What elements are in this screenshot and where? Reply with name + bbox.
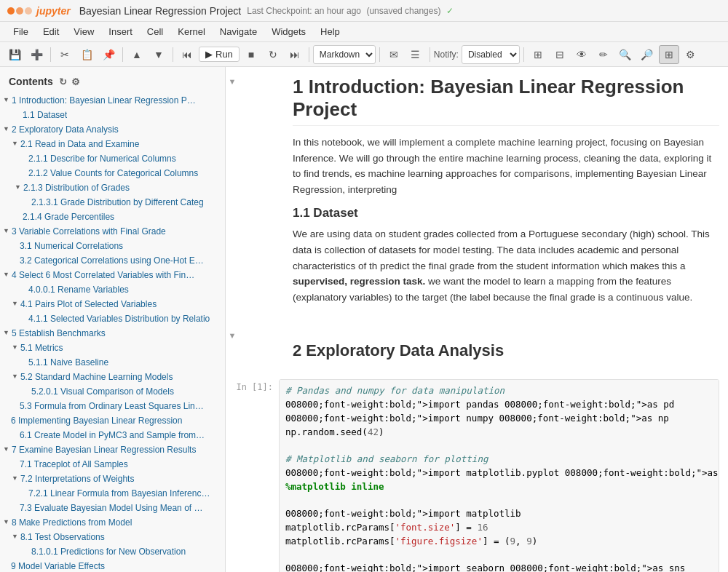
notify-select[interactable]: Disabled (462, 45, 520, 64)
toc-item-2[interactable]: ▼2 Exploratory Data Analysis (0, 122, 225, 137)
toc-item-1[interactable]: 1.1 Dataset (0, 108, 225, 122)
add-cell-button[interactable]: ➕ (26, 45, 47, 64)
list-button[interactable]: ☰ (405, 45, 426, 64)
pen-button[interactable]: ✏ (593, 45, 614, 64)
menu-file[interactable]: File (7, 25, 34, 39)
menu-insert[interactable]: Insert (103, 25, 138, 39)
section1-title: 1 Introduction: Bayesian Linear Regressi… (293, 76, 719, 126)
table-button[interactable]: ⊟ (550, 45, 570, 64)
toc-text-0: 1 Introduction: Bayesian Linear Regressi… (12, 94, 197, 107)
toc-item-8[interactable]: 2.1.4 Grade Percentiles (0, 210, 225, 224)
toc-triangle-9: ▼ (3, 226, 9, 237)
toc-item-27[interactable]: 7.2.1 Linear Formula from Bayesian Infer… (0, 486, 225, 501)
toc-item-22[interactable]: 6 Implementing Bayesian Linear Regressio… (0, 413, 225, 428)
toc-item-3[interactable]: ▼2.1 Read in Data and Examine (0, 137, 225, 151)
move-down-button[interactable]: ▼ (149, 45, 169, 64)
zoom-out-button[interactable]: 🔎 (637, 45, 657, 64)
collapse-btn-1[interactable]: ▼ (226, 70, 239, 318)
toc-item-32[interactable]: 9 Model Variable Effects (0, 559, 225, 572)
refresh-icon[interactable]: ↻ (59, 76, 67, 87)
toc-item-28[interactable]: 7.3 Evaluate Bayesian Model Using Mean o… (0, 501, 225, 515)
collapse-btn-2[interactable]: ▼ (226, 324, 239, 373)
code-input-1[interactable]: # Pandas and numpy for data manipulation… (279, 379, 719, 572)
unsaved-text: (unsaved changes) (366, 6, 440, 16)
toc-item-9[interactable]: ▼3 Variable Correlations with Final Grad… (0, 224, 225, 239)
restart-button[interactable]: ↻ (263, 45, 283, 64)
menu-navigate[interactable]: Navigate (214, 25, 263, 39)
section1-cell: ▼ 1 Introduction: Bayesian Linear Regres… (226, 67, 728, 321)
toc-item-23[interactable]: 6.1 Create Model in PyMC3 and Sample fro… (0, 428, 225, 442)
sidebar-header: Contents ↻ ⚙ (0, 73, 225, 93)
notebook-title: Bayesian Linear Regression Project (79, 5, 242, 17)
checkpoint-text: Last Checkpoint: an hour ago (247, 6, 361, 16)
code-cell-1: In [1]: # Pandas and numpy for data mani… (226, 376, 728, 572)
gear-icon[interactable]: ⚙ (71, 76, 80, 87)
menu-help[interactable]: Help (314, 25, 346, 39)
toc-text-9: 3 Variable Correlations with Final Grade (12, 225, 166, 238)
toc-item-29[interactable]: ▼8 Make Predictions from Model (0, 515, 225, 530)
settings-button[interactable]: ⚙ (681, 45, 701, 64)
toc-item-31[interactable]: 8.1.0.1 Predictions for New Observation (0, 544, 225, 559)
toc-text-32: 9 Model Variable Effects (11, 560, 105, 572)
toc-item-30[interactable]: ▼8.1 Test Observations (0, 530, 225, 544)
main-layout: Contents ↻ ⚙ ▼1 Introduction: Bayesian L… (0, 67, 728, 572)
prompt-2 (239, 324, 290, 373)
envelope-button[interactable]: ✉ (384, 45, 404, 64)
toc-triangle-12: ▼ (3, 270, 9, 280)
toc-item-12[interactable]: ▼4 Select 6 Most Correlated Variables wi… (0, 268, 225, 282)
interrupt-button[interactable]: ■ (241, 45, 261, 64)
cut-button[interactable]: ✂ (55, 45, 75, 64)
section2-title: 2 Exploratory Data Analysis (293, 341, 719, 360)
zoom-in-button[interactable]: 🔍 (615, 45, 636, 64)
menu-edit[interactable]: Edit (37, 25, 65, 39)
toc-text-6: 2.1.3 Distribution of Grades (23, 181, 130, 194)
section11-bold: supervised, regression task. (293, 276, 425, 287)
run-icon: ▶ (205, 49, 213, 60)
toc-item-26[interactable]: ▼7.2 Interpretations of Weights (0, 472, 225, 486)
toc-item-20[interactable]: 5.2.0.1 Visual Comparison of Models (0, 384, 225, 399)
run-all-button[interactable]: ⏭ (285, 45, 305, 64)
run-prev-button[interactable]: ⏮ (177, 45, 197, 64)
toc-item-0[interactable]: ▼1 Introduction: Bayesian Linear Regress… (0, 93, 225, 108)
view-mode-button[interactable]: ⊞ (659, 45, 679, 64)
menu-widgets[interactable]: Widgets (266, 25, 312, 39)
toc-triangle-3: ▼ (12, 139, 18, 149)
toc-item-24[interactable]: ▼7 Examine Bayesian Linear Regression Re… (0, 442, 225, 457)
toc-text-1: 1.1 Dataset (23, 108, 67, 122)
menu-cell[interactable]: Cell (141, 25, 169, 39)
toc-item-21[interactable]: 5.3 Formula from Ordinary Least Squares … (0, 399, 225, 413)
toc-item-11[interactable]: 3.2 Categorical Correlations using One-H… (0, 253, 225, 268)
paste-button[interactable]: 📌 (98, 45, 119, 64)
jupyter-logo: jupyter (7, 5, 71, 17)
toc-item-13[interactable]: 4.0.0.1 Rename Variables (0, 282, 225, 297)
extend-button[interactable]: ⊞ (528, 45, 548, 64)
toc-item-25[interactable]: 7.1 Traceplot of All Samples (0, 457, 225, 472)
toc-item-4[interactable]: 2.1.1 Describe for Numerical Columns (0, 151, 225, 166)
toc-item-14[interactable]: ▼4.1 Pairs Plot of Selected Variables (0, 297, 225, 311)
toc-item-15[interactable]: 4.1.1 Selected Variables Distribution by… (0, 311, 225, 326)
save-button[interactable]: 💾 (4, 45, 25, 64)
toc-text-29: 8 Make Predictions from Model (12, 516, 132, 529)
toc-item-7[interactable]: 2.1.3.1 Grade Distribution by Different … (0, 195, 225, 210)
cell-type-select[interactable]: Markdown Code (313, 45, 376, 64)
toc-item-6[interactable]: ▼2.1.3 Distribution of Grades (0, 180, 225, 195)
move-up-button[interactable]: ▲ (127, 45, 147, 64)
toc-item-16[interactable]: ▼5 Establish Benchmarks (0, 326, 225, 341)
prompt-1 (239, 70, 290, 318)
toc-text-14: 4.1 Pairs Plot of Selected Variables (20, 298, 157, 311)
toc-item-17[interactable]: ▼5.1 Metrics (0, 341, 225, 355)
menu-view[interactable]: View (68, 25, 100, 39)
toc-item-5[interactable]: 2.1.2 Value Counts for Categorical Colum… (0, 166, 225, 180)
menu-kernel[interactable]: Kernel (172, 25, 211, 39)
toc-text-31: 8.1.0.1 Predictions for New Observation (31, 545, 186, 558)
toc-text-23: 6.1 Create Model in PyMC3 and Sample fro… (20, 429, 205, 442)
toc-item-10[interactable]: 3.1 Numerical Correlations (0, 239, 225, 253)
toc-item-18[interactable]: 5.1.1 Naive Baseline (0, 355, 225, 370)
copy-button[interactable]: 📋 (76, 45, 97, 64)
toc-text-28: 7.3 Evaluate Bayesian Model Using Mean o… (20, 501, 205, 515)
run-button[interactable]: ▶ Run (199, 47, 240, 62)
toc-triangle-17: ▼ (12, 343, 18, 353)
eye-button[interactable]: 👁 (571, 45, 592, 64)
toc-item-19[interactable]: ▼5.2 Standard Machine Learning Models (0, 370, 225, 384)
toc-text-27: 7.2.1 Linear Formula from Bayesian Infer… (28, 487, 214, 500)
